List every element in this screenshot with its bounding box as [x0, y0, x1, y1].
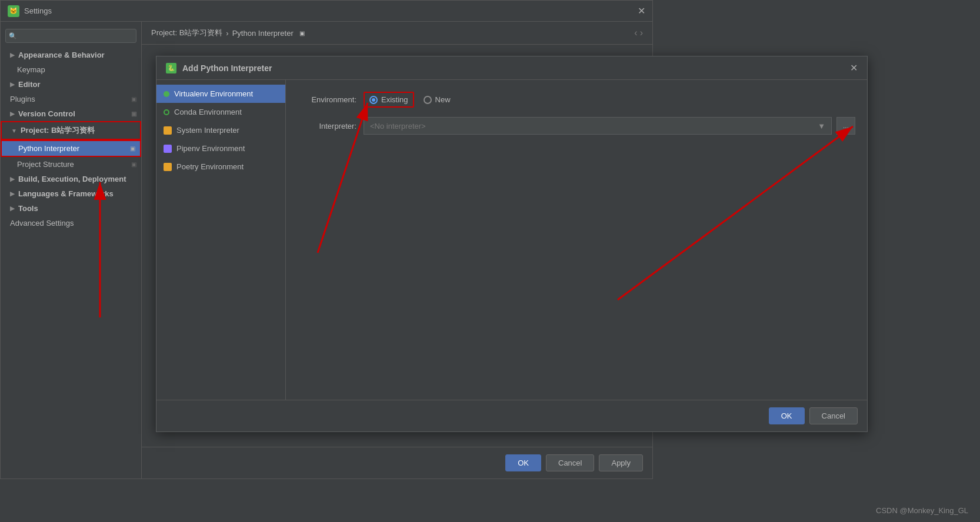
- existing-radio-label: Existing: [381, 95, 408, 104]
- modal-right-panel: Environment: Existing New: [286, 80, 867, 400]
- interpreter-label: Interpreter:: [298, 122, 356, 130]
- conda-icon: [164, 109, 169, 115]
- dropdown-caret-icon: ▼: [818, 122, 825, 130]
- environment-label: Environment:: [298, 95, 356, 104]
- new-radio-option[interactable]: New: [424, 95, 451, 104]
- modal-left-panel: Virtualenv Environment Conda Environment…: [156, 80, 286, 400]
- new-radio-label: New: [435, 95, 451, 104]
- existing-radio-option[interactable]: Existing: [369, 95, 408, 104]
- env-item-conda[interactable]: Conda Environment: [156, 103, 285, 121]
- modal-footer: OK Cancel: [156, 400, 867, 431]
- env-item-pipenv[interactable]: Pipenv Environment: [156, 139, 285, 158]
- modal-close-button[interactable]: ✕: [850, 62, 858, 73]
- new-radio-circle: [424, 96, 432, 104]
- env-item-virtualenv[interactable]: Virtualenv Environment: [156, 85, 285, 103]
- system-icon: [164, 126, 172, 135]
- existing-radio-highlight: Existing: [364, 92, 414, 108]
- existing-radio-circle: [369, 96, 378, 104]
- interpreter-selector: <No interpreter> ▼ ...: [364, 117, 855, 135]
- env-item-system[interactable]: System Interpreter: [156, 121, 285, 139]
- interpreter-dropdown[interactable]: <No interpreter> ▼: [364, 117, 832, 135]
- add-python-interpreter-dialog: 🐍 Add Python Interpreter ✕ Virtualenv En…: [156, 56, 868, 432]
- interpreter-row: Interpreter: <No interpreter> ▼ ...: [298, 117, 855, 135]
- poetry-icon: [164, 163, 172, 171]
- modal-title-icon: 🐍: [166, 63, 176, 73]
- environment-row: Environment: Existing New: [298, 92, 855, 108]
- modal-overlay: 🐍 Add Python Interpreter ✕ Virtualenv En…: [0, 0, 980, 522]
- modal-body: Virtualenv Environment Conda Environment…: [156, 80, 867, 400]
- modal-title-text: Add Python Interpreter: [182, 63, 844, 73]
- env-item-poetry[interactable]: Poetry Environment: [156, 158, 285, 176]
- virtualenv-icon: [164, 91, 169, 97]
- browse-button[interactable]: ...: [836, 117, 855, 135]
- pipenv-icon: [164, 145, 172, 153]
- modal-ok-button[interactable]: OK: [769, 407, 805, 424]
- radio-group-environment: Existing New: [364, 92, 451, 108]
- modal-cancel-button[interactable]: Cancel: [809, 407, 858, 424]
- modal-titlebar: 🐍 Add Python Interpreter ✕: [156, 56, 867, 80]
